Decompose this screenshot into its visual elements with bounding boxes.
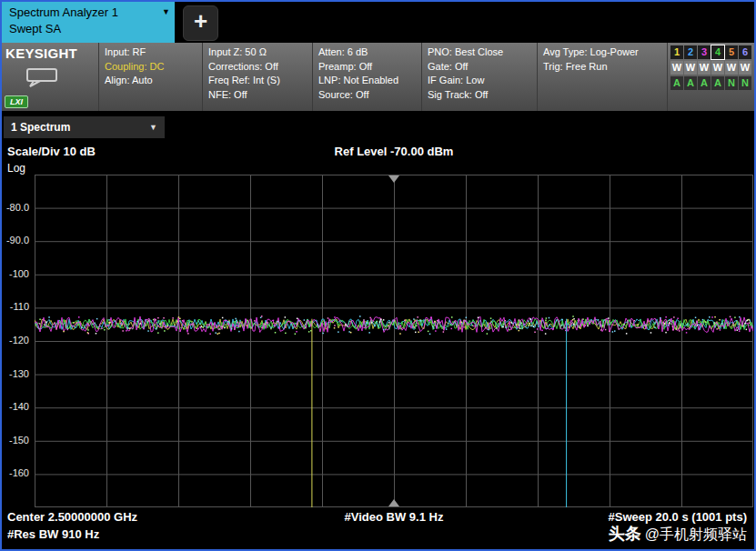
- y-axis-label: -160: [9, 467, 29, 478]
- trace-panel: 123456WWWWWWAAAANN: [667, 43, 754, 111]
- header-info-line: Align: Auto: [105, 74, 197, 88]
- header-info-column[interactable]: PNO: Best CloseGate: OffIF Gain: LowSig …: [421, 43, 537, 111]
- header-info-line: Input Z: 50 Ω: [208, 45, 307, 60]
- trace-cell[interactable]: W: [711, 61, 724, 75]
- watermark-brand: 头条: [609, 525, 641, 543]
- header-info-line: NFE: Off: [208, 88, 307, 103]
- header-info-line: PNO: Best Close: [428, 45, 531, 60]
- trace-cell[interactable]: A: [698, 76, 711, 90]
- trace-cell[interactable]: N: [725, 76, 738, 90]
- chevron-down-icon: ▼: [149, 116, 157, 138]
- trace-states-row: AAAANN: [670, 76, 751, 90]
- header-info-line: Coupling: DC: [105, 60, 197, 75]
- y-axis-label: -110: [10, 301, 29, 312]
- header-info-line: Preamp: Off: [318, 60, 416, 75]
- spectrum-analyzer-window: Spectrum Analyzer 1 Swept SA ▼ + KEYSIGH…: [0, 0, 756, 551]
- trace-cell[interactable]: 3: [698, 45, 711, 59]
- trace-cell[interactable]: W: [670, 61, 683, 75]
- tab-spectrum-analyzer-1[interactable]: Spectrum Analyzer 1 Swept SA ▼: [2, 2, 175, 43]
- ref-level-annotation[interactable]: Ref Level -70.00 dBm: [35, 145, 753, 158]
- header-info-column[interactable]: Input: RFCoupling: DCAlign: Auto: [98, 43, 202, 111]
- y-axis-label: -90.0: [6, 235, 29, 245]
- y-axis-label: -130: [9, 368, 29, 379]
- tab-bar: Spectrum Analyzer 1 Swept SA ▼ +: [2, 2, 754, 43]
- header-info-column[interactable]: Input Z: 50 ΩCorrections: OffFreq Ref: I…: [202, 43, 312, 111]
- header-info-line: Source: Off: [318, 88, 416, 103]
- y-axis-label: -120: [9, 335, 29, 346]
- y-axis-label: -80.0: [6, 202, 29, 213]
- spectrum-view-selector[interactable]: 1 Spectrum ▼: [4, 116, 165, 138]
- measurement-header: KEYSIGHT LXI Input: RFCoupling: DCAlign:…: [2, 43, 754, 111]
- trace-cell[interactable]: 4: [711, 45, 724, 59]
- tab-subtitle: Swept SA: [9, 21, 158, 37]
- trace-cell[interactable]: W: [684, 61, 697, 75]
- tab-title: Spectrum Analyzer 1: [9, 5, 158, 21]
- trace-cell[interactable]: W: [739, 61, 751, 75]
- center-frequency-annotation[interactable]: Center 2.50000000 GHz: [7, 510, 137, 524]
- trace-cell[interactable]: W: [698, 61, 711, 75]
- amplitude-scale-label: Log: [7, 162, 25, 175]
- sweep-time-annotation[interactable]: #Sweep 20.0 s (1001 pts): [609, 510, 747, 524]
- spectrum-plot[interactable]: [35, 175, 753, 507]
- header-info-line: Freq Ref: Int (S): [208, 74, 307, 88]
- y-axis-labels: -80.0-90.0-100-110-120-130-140-150-160: [2, 175, 32, 507]
- header-info-line: Corrections: Off: [208, 60, 307, 75]
- trace-cell[interactable]: A: [711, 76, 724, 90]
- header-info-line: Input: RF: [105, 45, 197, 60]
- header-info-line: IF Gain: Low: [428, 74, 531, 88]
- message-bubble-icon[interactable]: [25, 67, 66, 93]
- trace-cell[interactable]: 6: [739, 45, 751, 59]
- trace-cell[interactable]: A: [684, 76, 697, 90]
- header-info-line: Atten: 6 dB: [318, 45, 416, 60]
- trace-cell[interactable]: 5: [725, 45, 738, 59]
- trace-cell[interactable]: N: [739, 76, 751, 90]
- header-info-line: Gate: Off: [428, 60, 531, 75]
- header-info-line: Sig Track: Off: [428, 88, 531, 103]
- y-axis-label: -140: [9, 401, 29, 412]
- trace-types-row: WWWWWW: [670, 61, 751, 75]
- add-tab-button[interactable]: +: [183, 5, 218, 41]
- header-info-line: Avg Type: Log-Power: [543, 45, 661, 60]
- trace-numbers-row: 123456: [670, 45, 751, 59]
- trace-cell[interactable]: A: [670, 76, 683, 90]
- watermark: 头条@手机射频驿站: [609, 523, 747, 545]
- keysight-logo: KEYSIGHT: [2, 43, 98, 61]
- y-axis-label: -100: [9, 268, 29, 279]
- trace-cell[interactable]: 1: [670, 45, 683, 59]
- brand-column: KEYSIGHT LXI: [2, 43, 98, 111]
- trace-cell[interactable]: 2: [684, 45, 697, 59]
- watermark-user: @手机射频驿站: [645, 526, 747, 542]
- header-info-column[interactable]: Avg Type: Log-PowerTrig: Free Run: [537, 43, 667, 111]
- header-info-column[interactable]: Atten: 6 dBPreamp: OffLNP: Not EnabledSo…: [312, 43, 421, 111]
- trace-cell[interactable]: W: [725, 61, 738, 75]
- res-bw-annotation[interactable]: #Res BW 910 Hz: [7, 527, 99, 541]
- spectrum-view-label: 1 Spectrum: [11, 121, 70, 134]
- graticule-area[interactable]: [35, 175, 753, 507]
- header-info-line: LNP: Not Enabled: [318, 74, 416, 88]
- header-info-columns: Input: RFCoupling: DCAlign: AutoInput Z:…: [98, 43, 667, 111]
- chevron-down-icon[interactable]: ▼: [162, 7, 170, 16]
- header-info-line: Trig: Free Run: [543, 60, 661, 75]
- y-axis-label: -150: [9, 435, 29, 446]
- lxi-badge: LXI: [5, 95, 28, 108]
